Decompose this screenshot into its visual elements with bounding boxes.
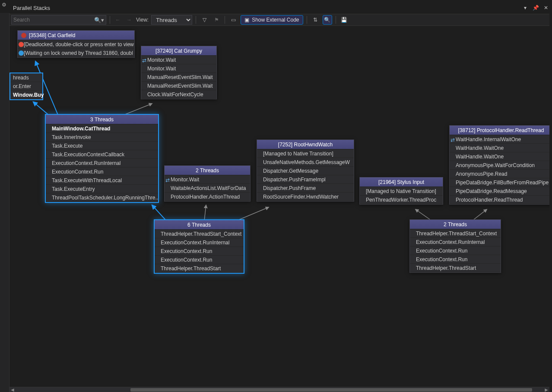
node-row[interactable]: hreads (10, 73, 42, 82)
search-box[interactable]: 🔍▾ (11, 15, 106, 25)
node-row[interactable]: Task.Execute (46, 142, 158, 150)
scroll-right-icon[interactable]: ► (543, 387, 549, 392)
node-row[interactable]: Task.ExecuteEntry (46, 185, 158, 193)
node-row[interactable]: ⇄Monitor.Wait (165, 175, 250, 184)
node-row[interactable]: ProtocolHandler.ReadThread (450, 196, 549, 204)
pin-icon[interactable]: 📌 (532, 4, 539, 11)
filter-icon[interactable]: ▽ (200, 15, 209, 25)
toggle-method-view-icon[interactable]: ▭ (228, 15, 238, 25)
window-controls: ▾ 📌 ✕ (522, 4, 549, 11)
view-select[interactable]: Threads (151, 15, 192, 25)
node-row[interactable]: Task.InnerInvoke (46, 133, 158, 142)
thread-node-garfield[interactable]: [35348] Cat Garfield [Deadlocked, double… (17, 30, 135, 58)
nav-back-button[interactable]: ← (114, 17, 122, 23)
node-row[interactable]: RootSourceFinder.HwndWatcher (257, 193, 354, 201)
node-header[interactable]: [38712] ProtocolHandler.ReadThread (450, 126, 549, 135)
thread-node-roothwnd[interactable]: [7252] RootHwndWatch [Managed to Native … (257, 139, 354, 202)
node-row[interactable]: ThreadHelper.ThreadStart (155, 264, 244, 273)
close-icon[interactable]: ✕ (542, 4, 549, 11)
separator (336, 16, 336, 24)
node-header[interactable]: 2 Threads (165, 166, 250, 175)
thread-node-grumpy[interactable]: [37240] Cat Grumpy ⇄Monitor.Wait Monitor… (141, 46, 217, 99)
node-row[interactable]: ProtocolHandler.ActionThread (165, 193, 250, 201)
node-title: [7252] RootHwndWatch (278, 142, 333, 148)
node-row[interactable]: Monitor.Wait (141, 64, 216, 73)
node-row[interactable]: ExecutionContext.RunInternal (155, 238, 244, 247)
no-entry-icon (21, 33, 26, 38)
node-header[interactable]: [21964] Stylus Input (360, 177, 443, 187)
node-row[interactable]: ExecutionContext.RunInternal (410, 238, 501, 247)
node-row[interactable]: ExecutionContext.Run (155, 256, 244, 264)
nav-forward-button[interactable]: → (125, 17, 133, 23)
node-header[interactable]: 3 Threads (46, 115, 158, 124)
node-title: 2 Threads (196, 168, 219, 174)
save-icon[interactable]: 💾 (339, 15, 349, 25)
node-row[interactable]: [Managed to Native Transition] (360, 187, 443, 196)
graph-canvas[interactable]: [35348] Cat Garfield [Deadlocked, double… (10, 26, 549, 387)
node-row[interactable]: [Deadlocked, double-click or press enter… (18, 40, 134, 49)
node-row[interactable]: or.Enter (10, 82, 42, 91)
node-row[interactable]: ExecutionContext.Run (410, 255, 501, 264)
thread-node-stylus[interactable]: [21964] Stylus Input [Managed to Native … (359, 177, 443, 205)
horizontal-scrollbar[interactable]: ◄ ► (10, 387, 549, 392)
node-row[interactable]: Window.Buy (10, 91, 42, 99)
node-row[interactable]: Dispatcher.GetMessage (257, 167, 354, 175)
thread-group-node-2b[interactable]: 2 Threads ThreadHelper.ThreadStart_Conte… (409, 219, 501, 273)
node-row[interactable]: ThreadPoolTaskScheduler.LongRunningThre.… (46, 193, 158, 202)
node-title: [21964] Stylus Input (378, 179, 424, 185)
flag-icon[interactable]: ⚑ (212, 15, 221, 25)
async-icon: ⇄ (450, 137, 456, 142)
thread-group-node-6[interactable]: 6 Threads ThreadHelper.ThreadStart_Conte… (154, 219, 244, 274)
node-row[interactable]: WaitHandle.WaitOne (450, 152, 549, 161)
node-row[interactable]: ⇄Monitor.Wait (141, 56, 216, 64)
node-row[interactable]: ThreadHelper.ThreadStart_Context (155, 230, 244, 238)
zoom-icon[interactable]: 🔍 (323, 15, 332, 25)
node-row[interactable]: [Waiting on lock owned by Thread 31860, … (18, 49, 134, 57)
node-row[interactable]: ExecutionContext.Run (155, 247, 244, 256)
scrollbar-thumb[interactable] (130, 388, 532, 392)
separator (196, 16, 196, 24)
node-row[interactable]: ExecutionContext.Run (46, 168, 158, 176)
node-header[interactable]: [35348] Cat Garfield (18, 31, 134, 40)
node-row[interactable]: ExecutionContext.RunInternal (46, 159, 158, 168)
node-row[interactable]: AnonymousPipe.WaitForCondition (450, 161, 549, 170)
node-row[interactable]: WaitableActionsList.WaitForData (165, 184, 250, 193)
thread-node-readthread[interactable]: [38712] ProtocolHandler.ReadThread ⇄Wait… (449, 125, 549, 205)
node-row[interactable]: ManualResetEventSlim.Wait (141, 73, 216, 82)
search-icon[interactable]: 🔍▾ (94, 17, 104, 23)
node-row[interactable]: WaitHandle.WaitOne (450, 144, 549, 152)
node-row[interactable]: PipeDataBridge.ReadMessage (450, 187, 549, 196)
thread-group-node-2a[interactable]: 2 Threads ⇄Monitor.Wait WaitableActionsL… (164, 165, 251, 202)
autoscroll-icon[interactable]: ⇅ (311, 15, 320, 25)
node-row[interactable]: Dispatcher.PushFrameImpl (257, 175, 354, 184)
node-row[interactable]: PipeDataBridge.FillBufferFromReadPipe (450, 178, 549, 187)
node-row[interactable]: ⇄WaitHandle.InternalWaitOne (450, 135, 549, 144)
show-external-code-button[interactable]: ▣ Show External Code (241, 15, 303, 25)
node-row[interactable]: ThreadHelper.ThreadStart (410, 264, 501, 272)
node-row[interactable]: ExecutionContext.Run (410, 247, 501, 255)
node-row[interactable]: Clock.WaitForNextCycle (141, 90, 216, 99)
node-row[interactable]: AnonymousPipe.Read (450, 170, 549, 178)
node-row-text: [Deadlocked, double-click or press enter… (24, 41, 134, 47)
node-row[interactable]: [Managed to Native Transition] (257, 149, 354, 158)
thread-node-partial[interactable]: hreads or.Enter Window.Buy (10, 73, 43, 100)
node-row-text: [Waiting on lock owned by Thread 31860, … (24, 50, 133, 56)
node-header[interactable]: [37240] Cat Grumpy (141, 46, 216, 56)
node-row[interactable]: Task.ExecuteWithThreadLocal (46, 176, 158, 185)
search-input[interactable] (13, 17, 94, 23)
chevron-down-icon[interactable]: ▾ (522, 4, 529, 11)
node-header[interactable]: 2 Threads (410, 220, 501, 229)
node-header[interactable]: [7252] RootHwndWatch (257, 140, 354, 149)
node-row[interactable]: Task.ExecutionContextCallback (46, 150, 158, 159)
node-row[interactable]: PenThreadWorker.ThreadProc (360, 196, 443, 204)
scroll-left-icon[interactable]: ◄ (10, 387, 16, 392)
node-row[interactable]: ThreadHelper.ThreadStart_Context (410, 229, 501, 238)
node-row[interactable]: ManualResetEventSlim.Wait (141, 82, 216, 90)
node-row[interactable]: MainWindow.CatThread (46, 124, 158, 133)
node-row[interactable]: Dispatcher.PushFrame (257, 184, 354, 193)
thread-group-node-3[interactable]: 3 Threads MainWindow.CatThread Task.Inne… (45, 114, 159, 203)
window-title: Parallel Stacks (10, 5, 50, 11)
gear-icon[interactable]: ⚙ (2, 2, 8, 8)
node-row[interactable]: UnsafeNativeMethods.GetMessageW (257, 158, 354, 167)
node-header[interactable]: 6 Threads (155, 220, 244, 230)
